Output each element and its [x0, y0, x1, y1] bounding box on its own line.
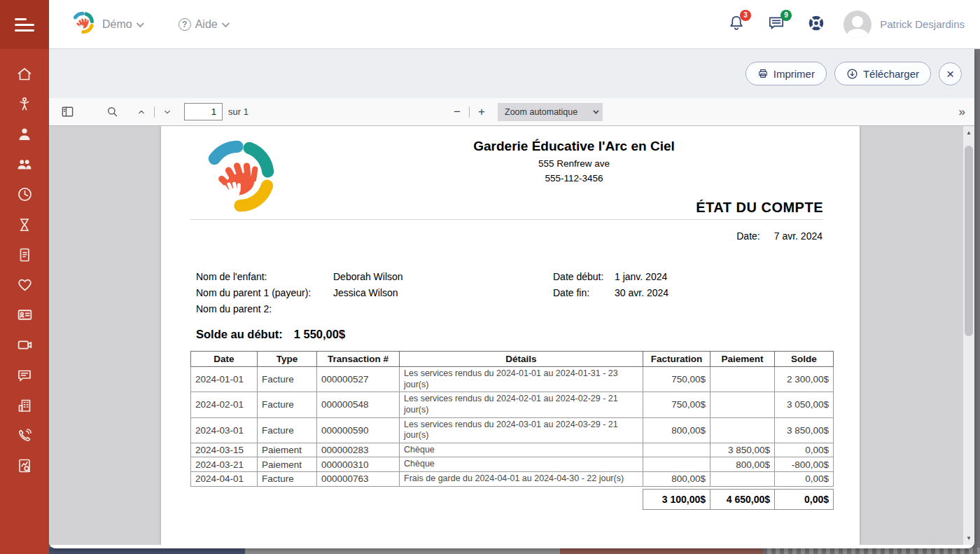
download-button[interactable]: Télécharger — [834, 62, 931, 85]
app-logo-icon[interactable] — [70, 11, 97, 39]
zoom-select[interactable]: Zoom automatique — [498, 103, 603, 121]
table-cell: 750,00$ — [643, 392, 710, 417]
report-icon — [16, 457, 33, 474]
table-header-cell: Type — [258, 352, 317, 367]
sidebar-item-waitlist[interactable] — [0, 209, 49, 240]
table-row: 2024-03-21Paiement000000310Chèque800,00$… — [191, 457, 834, 472]
sidebar-item-billing[interactable] — [0, 240, 49, 270]
daycare-logo — [197, 137, 283, 220]
table-cell — [710, 472, 775, 487]
table-cell: 000000548 — [317, 392, 400, 417]
previous-page-button[interactable] — [132, 102, 151, 122]
parent2-row: Nom du parent 2: — [196, 303, 333, 314]
chevron-down-icon — [136, 19, 144, 27]
table-cell: Les services rendus du 2024-02-01 au 202… — [400, 392, 643, 417]
find-button[interactable] — [102, 102, 122, 122]
table-cell: 800,00$ — [643, 417, 710, 443]
divider — [190, 219, 823, 220]
table-cell — [710, 367, 775, 392]
help-label: Aide — [195, 18, 218, 31]
table-cell: 2024-03-15 — [191, 443, 258, 457]
sidebar-item-parents[interactable] — [0, 149, 49, 179]
educator-icon — [16, 126, 33, 143]
end-date-row: Date fin:30 avr. 2024 — [553, 287, 668, 298]
sidebar-item-educators[interactable] — [0, 119, 49, 149]
messages-button[interactable]: 9 — [766, 14, 786, 35]
avatar[interactable] — [844, 11, 872, 39]
menu-toggle-button[interactable] — [0, 0, 49, 49]
user-name[interactable]: Patrick Desjardins — [880, 18, 965, 30]
chevron-down-icon — [162, 106, 173, 118]
table-cell: 750,00$ — [643, 367, 710, 392]
notifications-button[interactable]: 3 — [727, 14, 746, 35]
table-cell: Chèque — [400, 457, 643, 472]
chat-icon — [16, 367, 33, 384]
table-cell: Les services rendus du 2024-01-01 au 202… — [400, 367, 643, 392]
background-content — [49, 548, 245, 554]
vertical-scrollbar[interactable]: ▲ ▼ — [963, 126, 974, 545]
table-header-cell: Paiement — [710, 352, 775, 367]
pdf-viewer-area: Garderie Éducative l'Arc en Ciel 555 Ren… — [49, 126, 974, 545]
sidebar-item-messages[interactable] — [0, 360, 49, 390]
chevron-down-icon — [593, 108, 598, 113]
support-button[interactable] — [807, 14, 825, 35]
parent1-row: Nom du parent 1 (payeur):Jessica Wilson — [196, 287, 398, 298]
table-cell: 2024-03-01 — [191, 417, 258, 443]
heart-icon — [16, 276, 34, 293]
zoom-in-button[interactable]: + — [472, 105, 491, 119]
table-cell: Paiement — [258, 457, 317, 472]
page-number-input[interactable] — [184, 103, 223, 120]
building-icon — [16, 397, 33, 414]
close-icon: × — [946, 67, 954, 81]
next-page-button[interactable] — [158, 102, 177, 122]
page-count-label: sur 1 — [228, 106, 248, 117]
table-row: 2024-03-01Facture000000590Les services r… — [191, 417, 834, 443]
close-modal-button[interactable]: × — [939, 62, 962, 85]
lifebuoy-icon — [807, 14, 825, 32]
scroll-up-icon[interactable]: ▲ — [963, 130, 974, 136]
print-button[interactable]: Imprimer — [746, 62, 827, 85]
table-cell: 0,00$ — [775, 443, 834, 457]
toolbar-expand-button[interactable]: » — [959, 105, 965, 119]
zoom-controls: − + Zoom automatique — [448, 103, 603, 121]
table-cell: -800,00$ — [775, 457, 834, 472]
sidebar-item-organization[interactable] — [0, 390, 49, 420]
table-cell — [710, 392, 775, 417]
start-date-row: Date début:1 janv. 2024 — [553, 271, 667, 282]
scroll-down-icon[interactable]: ▼ — [963, 535, 974, 541]
hourglass-icon — [16, 216, 33, 233]
sidebar-item-children[interactable] — [0, 89, 49, 119]
scrollbar-thumb[interactable] — [965, 146, 973, 336]
sidebar-item-health[interactable] — [0, 270, 49, 300]
chevron-down-icon — [221, 19, 229, 27]
table-cell: 000000283 — [317, 443, 400, 457]
sidebar-item-schedule[interactable] — [0, 179, 49, 209]
sidebar-item-home[interactable] — [0, 59, 49, 89]
table-cell: 2024-01-01 — [191, 367, 258, 392]
brand-menu[interactable]: Démo — [102, 18, 142, 31]
phone-icon — [16, 427, 33, 444]
sidebar-item-calls[interactable] — [0, 420, 49, 450]
table-cell — [643, 443, 710, 457]
download-icon — [846, 68, 858, 80]
zoom-out-button[interactable]: − — [448, 105, 466, 119]
table-cell: Paiement — [258, 443, 317, 457]
sidebar-nav — [0, 49, 49, 480]
table-row: 2024-02-01Facture000000548Les services r… — [191, 392, 834, 417]
table-row: 2024-03-15Paiement000000283Chèque3 850,0… — [191, 443, 834, 457]
help-menu[interactable]: ? Aide — [178, 18, 227, 31]
table-header-cell: Date — [191, 352, 258, 367]
notification-badge: 3 — [740, 10, 751, 21]
divider — [469, 106, 470, 118]
toggle-sidebar-button[interactable] — [57, 102, 77, 122]
table-cell: Les services rendus du 2024-03-01 au 202… — [400, 417, 643, 443]
pdf-viewer-modal: Imprimer Télécharger × sur 1 — [49, 49, 974, 548]
table-cell: 3 850,00$ — [710, 443, 775, 457]
sidebar-item-video[interactable] — [0, 330, 49, 360]
totals-row: 3 100,00$4 650,00$0,00$ — [191, 489, 834, 509]
sidebar-item-contacts[interactable] — [0, 300, 49, 330]
table-header-row: DateTypeTransaction #DétailsFacturationP… — [191, 352, 834, 367]
table-cell: Frais de garde du 2024-04-01 au 2024-04-… — [400, 472, 643, 487]
sidebar-item-reports[interactable] — [0, 450, 49, 480]
chevron-up-icon — [136, 106, 147, 118]
